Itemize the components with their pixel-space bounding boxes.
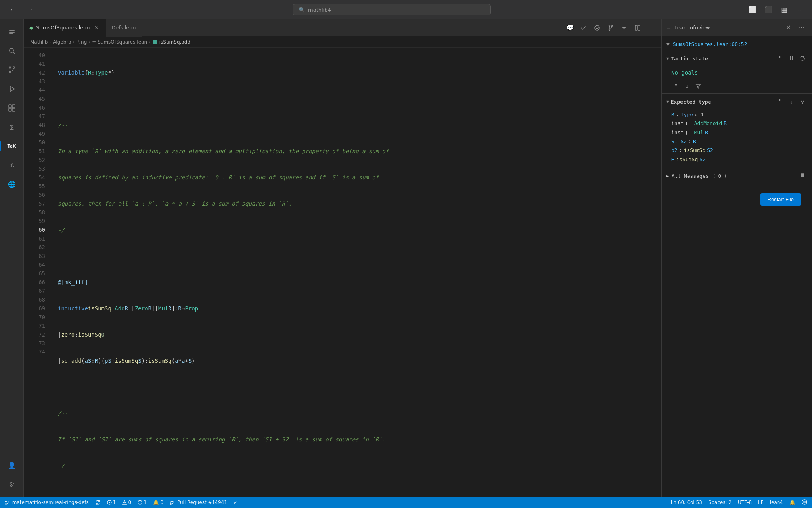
back-button[interactable]: ← [6,4,20,15]
status-git-branch[interactable]: matematiflo-semireal-rings-defs [5,500,89,505]
pause-icon[interactable] [787,54,796,63]
activity-bar: ∑ TeX ⚓ 🌐 👤 ⚙ [0,19,24,497]
all-messages[interactable]: ► All Messages (0) [662,170,812,182]
sidebar-item-lean[interactable]: ∑ [3,118,21,136]
down-arrow-icon[interactable]: ↓ [682,81,692,91]
svg-point-7 [13,67,15,68]
code-line-51: | sq_add (a S : R) (pS : isSumSq S) : is… [52,356,661,365]
git-icon[interactable] [605,22,616,33]
svg-point-4 [10,48,13,52]
type-line-p2: p2 : isSumSq S2 [671,146,802,155]
status-check[interactable]: ✓ [234,500,237,505]
tactic-state-section: ▼ Tactic state " No goals [662,52,812,92]
lean-panel-more[interactable]: ··· [796,22,807,33]
status-line-ending[interactable]: LF [758,500,764,505]
sidebar-item-ship[interactable]: ⚓ [3,156,21,174]
close-tab-sums[interactable]: ✕ [93,24,100,32]
sidebar-item-source-control[interactable] [3,61,21,79]
lean-file-ref[interactable]: ▼ SumsOfSquares.lean:60:52 [662,40,812,50]
type-line-inst1: inst† : AddMonoid R [671,119,802,128]
svg-rect-1 [9,30,15,31]
tab-actions: 💬 ✦ ··· [565,22,661,33]
breadcrumb-file[interactable]: SumsOfSquares.lean [98,39,147,45]
breadcrumb-ring[interactable]: Ring [76,39,87,45]
code-editor[interactable]: 40 41 42 43 44 45 46 47 48 49 50 51 52 5… [24,48,661,497]
svg-rect-19 [635,25,637,30]
lean-panel-header: ≡ Lean Infoview ✕ ··· [662,19,812,37]
svg-rect-23 [792,56,793,60]
breadcrumb-mathlib[interactable]: Mathlib [30,39,48,45]
lean-divider-2 [662,168,812,168]
sidebar-item-tex[interactable]: TeX [3,137,21,155]
svg-point-6 [9,67,11,68]
svg-rect-21 [153,40,157,44]
status-warnings[interactable]: 0 [122,500,131,505]
status-left: matematiflo-semireal-rings-defs 1 0 1 🔔 … [5,500,237,506]
status-language[interactable]: lean4 [770,500,783,505]
code-line-41 [52,94,661,103]
svg-rect-2 [9,32,15,33]
refresh-icon[interactable] [798,54,807,63]
star-icon[interactable]: ✦ [619,22,630,33]
sidebar-item-globe[interactable]: 🌐 [3,175,21,193]
close-lean-panel[interactable]: ✕ [784,22,792,33]
svg-line-5 [13,52,15,54]
layout-1-icon[interactable]: ⬜ [747,4,758,15]
sidebar-item-settings[interactable]: ⚙ [3,475,21,493]
titlebar-nav: ← → [6,4,36,15]
quote-icon[interactable]: " [776,54,785,63]
status-sync[interactable] [95,500,101,506]
status-pr[interactable]: Pull Request #14941 [170,500,227,505]
search-bar[interactable]: 🔍 mathlib4 [293,4,491,15]
status-encoding[interactable]: UTF-8 [738,500,752,505]
expected-type-header[interactable]: ▼ Expected type " ↓ [662,95,812,108]
breadcrumb: Mathlib › Algebra › Ring › ≡ SumsOfSquar… [24,37,661,48]
svg-point-10 [10,88,11,90]
circle-check-icon[interactable] [592,22,603,33]
status-info[interactable]: 1 [138,500,147,505]
check-all-icon[interactable] [578,22,589,33]
tab-defs[interactable]: Defs.lean [106,19,142,37]
quote3-icon[interactable]: " [776,97,785,106]
search-sidebar-icon [8,46,16,55]
status-errors[interactable]: 1 [107,500,116,505]
sidebar-item-explorer[interactable] [3,23,21,40]
forward-button[interactable]: → [23,4,36,15]
filter2-icon[interactable] [798,97,807,106]
more-icon[interactable]: ⋯ [795,4,806,15]
layout-3-icon[interactable]: ▦ [779,4,790,15]
main-layout: ∑ TeX ⚓ 🌐 👤 ⚙ ◆ SumsOfSquares.lean ✕ Def… [0,19,812,497]
split-editor-icon[interactable] [632,22,643,33]
filter-icon[interactable] [693,81,703,91]
down-arrow2-icon[interactable]: ↓ [787,97,796,106]
tactic-state-header[interactable]: ▼ Tactic state " [662,52,812,65]
status-spaces[interactable]: Spaces: 2 [709,500,732,505]
type-line-goal: ⊢ isSumSq S2 [671,155,802,164]
status-bell2[interactable]: 🔔 [789,500,795,505]
sidebar-item-extensions[interactable] [3,99,21,117]
svg-rect-0 [9,29,13,29]
type-line-inst2: inst† : Mul R [671,128,802,137]
sidebar-item-account[interactable]: 👤 [3,456,21,474]
titlebar: ← → 🔍 mathlib4 ⬜ ⬛ ▦ ⋯ [0,0,812,19]
breadcrumb-symbol[interactable]: isSumSq.add [152,39,190,45]
sidebar-item-run[interactable] [3,80,21,98]
breadcrumb-file-icon: ≡ [92,39,96,45]
svg-rect-24 [801,173,802,177]
quote2-icon[interactable]: " [671,81,681,91]
layout-2-icon[interactable]: ⬛ [763,4,774,15]
status-cursor[interactable]: Ln 60, Col 53 [671,500,702,505]
tab-label-sums: SumsOfSquares.lean [36,25,90,31]
tab-sums-of-squares[interactable]: ◆ SumsOfSquares.lean ✕ [24,19,106,37]
all-messages-pause[interactable] [797,171,807,181]
restart-file-button[interactable]: Restart File [760,193,801,206]
sidebar-item-search[interactable] [3,42,21,60]
chat-icon[interactable]: 💬 [565,22,576,33]
lean-content: ▼ SumsOfSquares.lean:60:52 ▼ Tactic stat… [662,37,812,497]
code-line-43: In a type `R` with an addition, a zero e… [52,147,661,156]
breadcrumb-algebra[interactable]: Algebra [53,39,71,45]
more-tabs-icon[interactable]: ··· [645,22,657,33]
status-error-lens[interactable] [802,499,807,506]
tab-label-defs: Defs.lean [111,25,136,31]
status-bell[interactable]: 🔔 0 [153,500,163,505]
